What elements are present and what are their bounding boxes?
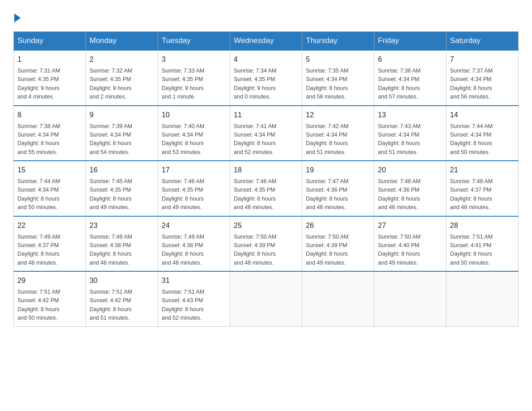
day-info: Sunrise: 7:42 AMSunset: 4:34 PMDaylight:… bbox=[306, 122, 370, 157]
day-number: 26 bbox=[306, 220, 370, 231]
day-info: Sunrise: 7:34 AMSunset: 4:35 PMDaylight:… bbox=[234, 67, 298, 102]
day-info: Sunrise: 7:47 AMSunset: 4:36 PMDaylight:… bbox=[306, 177, 370, 212]
day-number: 1 bbox=[17, 54, 82, 65]
day-info: Sunrise: 7:32 AMSunset: 4:35 PMDaylight:… bbox=[90, 67, 154, 102]
day-info: Sunrise: 7:36 AMSunset: 4:34 PMDaylight:… bbox=[378, 67, 442, 102]
logo-arrow-icon bbox=[14, 13, 21, 22]
calendar-cell: 27Sunrise: 7:50 AMSunset: 4:40 PMDayligh… bbox=[374, 216, 446, 272]
day-info: Sunrise: 7:48 AMSunset: 4:37 PMDaylight:… bbox=[450, 177, 515, 212]
day-number: 16 bbox=[90, 165, 154, 176]
calendar-cell: 13Sunrise: 7:43 AMSunset: 4:34 PMDayligh… bbox=[374, 106, 446, 161]
calendar-cell: 26Sunrise: 7:50 AMSunset: 4:39 PMDayligh… bbox=[302, 216, 374, 272]
calendar-cell: 16Sunrise: 7:45 AMSunset: 4:35 PMDayligh… bbox=[86, 161, 158, 216]
day-number: 21 bbox=[450, 165, 515, 176]
day-info: Sunrise: 7:39 AMSunset: 4:34 PMDaylight:… bbox=[90, 122, 154, 157]
week-row-2: 8Sunrise: 7:38 AMSunset: 4:34 PMDaylight… bbox=[14, 106, 519, 161]
day-number: 7 bbox=[450, 54, 515, 65]
day-info: Sunrise: 7:50 AMSunset: 4:39 PMDaylight:… bbox=[306, 233, 370, 268]
calendar-cell: 7Sunrise: 7:37 AMSunset: 4:34 PMDaylight… bbox=[446, 50, 519, 106]
calendar-cell bbox=[446, 271, 519, 326]
day-info: Sunrise: 7:51 AMSunset: 4:41 PMDaylight:… bbox=[450, 233, 515, 268]
calendar-cell: 6Sunrise: 7:36 AMSunset: 4:34 PMDaylight… bbox=[374, 50, 446, 106]
day-info: Sunrise: 7:49 AMSunset: 4:38 PMDaylight:… bbox=[90, 233, 154, 268]
day-header-saturday: Saturday bbox=[446, 32, 519, 51]
calendar-cell: 31Sunrise: 7:51 AMSunset: 4:43 PMDayligh… bbox=[158, 271, 230, 326]
calendar-cell: 29Sunrise: 7:51 AMSunset: 4:42 PMDayligh… bbox=[14, 271, 86, 326]
day-number: 17 bbox=[162, 165, 226, 176]
day-number: 29 bbox=[17, 275, 82, 286]
day-info: Sunrise: 7:35 AMSunset: 4:34 PMDaylight:… bbox=[306, 67, 370, 102]
calendar-header-row: SundayMondayTuesdayWednesdayThursdayFrid… bbox=[14, 32, 519, 51]
day-number: 14 bbox=[450, 110, 515, 120]
day-info: Sunrise: 7:45 AMSunset: 4:35 PMDaylight:… bbox=[90, 177, 154, 212]
day-info: Sunrise: 7:49 AMSunset: 4:38 PMDaylight:… bbox=[162, 233, 226, 268]
calendar-cell: 8Sunrise: 7:38 AMSunset: 4:34 PMDaylight… bbox=[14, 106, 86, 161]
calendar-cell: 1Sunrise: 7:31 AMSunset: 4:35 PMDaylight… bbox=[14, 50, 86, 106]
calendar-cell: 22Sunrise: 7:49 AMSunset: 4:37 PMDayligh… bbox=[14, 216, 86, 272]
day-number: 31 bbox=[162, 275, 226, 286]
day-info: Sunrise: 7:44 AMSunset: 4:34 PMDaylight:… bbox=[450, 122, 515, 157]
calendar-cell: 30Sunrise: 7:51 AMSunset: 4:42 PMDayligh… bbox=[86, 271, 158, 326]
day-info: Sunrise: 7:41 AMSunset: 4:34 PMDaylight:… bbox=[234, 122, 298, 157]
week-row-4: 22Sunrise: 7:49 AMSunset: 4:37 PMDayligh… bbox=[14, 216, 519, 272]
day-number: 23 bbox=[90, 220, 154, 231]
day-number: 20 bbox=[378, 165, 442, 176]
calendar-cell bbox=[230, 271, 302, 326]
calendar-cell: 2Sunrise: 7:32 AMSunset: 4:35 PMDaylight… bbox=[86, 50, 158, 106]
calendar-cell: 10Sunrise: 7:40 AMSunset: 4:34 PMDayligh… bbox=[158, 106, 230, 161]
day-number: 13 bbox=[378, 110, 442, 120]
day-info: Sunrise: 7:50 AMSunset: 4:40 PMDaylight:… bbox=[378, 233, 442, 268]
day-header-tuesday: Tuesday bbox=[158, 32, 230, 51]
calendar-cell: 3Sunrise: 7:33 AMSunset: 4:35 PMDaylight… bbox=[158, 50, 230, 106]
calendar-cell: 5Sunrise: 7:35 AMSunset: 4:34 PMDaylight… bbox=[302, 50, 374, 106]
calendar-cell: 12Sunrise: 7:42 AMSunset: 4:34 PMDayligh… bbox=[302, 106, 374, 161]
day-number: 10 bbox=[162, 110, 226, 120]
calendar-cell: 25Sunrise: 7:50 AMSunset: 4:39 PMDayligh… bbox=[230, 216, 302, 272]
day-info: Sunrise: 7:38 AMSunset: 4:34 PMDaylight:… bbox=[17, 122, 82, 157]
day-number: 2 bbox=[90, 54, 154, 65]
day-info: Sunrise: 7:46 AMSunset: 4:35 PMDaylight:… bbox=[234, 177, 298, 212]
day-number: 30 bbox=[90, 275, 154, 286]
day-info: Sunrise: 7:51 AMSunset: 4:42 PMDaylight:… bbox=[17, 288, 82, 323]
day-info: Sunrise: 7:50 AMSunset: 4:39 PMDaylight:… bbox=[234, 233, 298, 268]
week-row-5: 29Sunrise: 7:51 AMSunset: 4:42 PMDayligh… bbox=[14, 271, 519, 326]
day-number: 6 bbox=[378, 54, 442, 65]
day-header-friday: Friday bbox=[374, 32, 446, 51]
day-info: Sunrise: 7:37 AMSunset: 4:34 PMDaylight:… bbox=[450, 67, 515, 102]
day-info: Sunrise: 7:48 AMSunset: 4:36 PMDaylight:… bbox=[378, 177, 442, 212]
day-number: 15 bbox=[17, 165, 82, 176]
day-number: 8 bbox=[17, 110, 82, 120]
calendar-cell: 18Sunrise: 7:46 AMSunset: 4:35 PMDayligh… bbox=[230, 161, 302, 216]
day-number: 12 bbox=[306, 110, 370, 120]
calendar-cell: 21Sunrise: 7:48 AMSunset: 4:37 PMDayligh… bbox=[446, 161, 519, 216]
calendar-cell: 4Sunrise: 7:34 AMSunset: 4:35 PMDaylight… bbox=[230, 50, 302, 106]
day-header-monday: Monday bbox=[86, 32, 158, 51]
week-row-3: 15Sunrise: 7:44 AMSunset: 4:34 PMDayligh… bbox=[14, 161, 519, 216]
calendar-cell: 24Sunrise: 7:49 AMSunset: 4:38 PMDayligh… bbox=[158, 216, 230, 272]
calendar-cell: 17Sunrise: 7:46 AMSunset: 4:35 PMDayligh… bbox=[158, 161, 230, 216]
day-header-sunday: Sunday bbox=[14, 32, 86, 51]
day-number: 27 bbox=[378, 220, 442, 231]
page-header bbox=[13, 13, 519, 22]
calendar-cell: 9Sunrise: 7:39 AMSunset: 4:34 PMDaylight… bbox=[86, 106, 158, 161]
day-number: 19 bbox=[306, 165, 370, 176]
logo bbox=[13, 13, 21, 22]
day-info: Sunrise: 7:31 AMSunset: 4:35 PMDaylight:… bbox=[17, 67, 82, 102]
calendar-cell bbox=[374, 271, 446, 326]
day-info: Sunrise: 7:43 AMSunset: 4:34 PMDaylight:… bbox=[378, 122, 442, 157]
day-info: Sunrise: 7:40 AMSunset: 4:34 PMDaylight:… bbox=[162, 122, 226, 157]
calendar-cell: 28Sunrise: 7:51 AMSunset: 4:41 PMDayligh… bbox=[446, 216, 519, 272]
calendar-cell: 15Sunrise: 7:44 AMSunset: 4:34 PMDayligh… bbox=[14, 161, 86, 216]
day-number: 28 bbox=[450, 220, 515, 231]
calendar-cell: 23Sunrise: 7:49 AMSunset: 4:38 PMDayligh… bbox=[86, 216, 158, 272]
calendar-cell: 11Sunrise: 7:41 AMSunset: 4:34 PMDayligh… bbox=[230, 106, 302, 161]
day-info: Sunrise: 7:44 AMSunset: 4:34 PMDaylight:… bbox=[17, 177, 82, 212]
day-info: Sunrise: 7:51 AMSunset: 4:42 PMDaylight:… bbox=[90, 288, 154, 323]
calendar-table: SundayMondayTuesdayWednesdayThursdayFrid… bbox=[13, 31, 519, 327]
day-info: Sunrise: 7:51 AMSunset: 4:43 PMDaylight:… bbox=[162, 288, 226, 323]
day-header-wednesday: Wednesday bbox=[230, 32, 302, 51]
day-info: Sunrise: 7:46 AMSunset: 4:35 PMDaylight:… bbox=[162, 177, 226, 212]
day-info: Sunrise: 7:49 AMSunset: 4:37 PMDaylight:… bbox=[17, 233, 82, 268]
day-info: Sunrise: 7:33 AMSunset: 4:35 PMDaylight:… bbox=[162, 67, 226, 102]
day-number: 9 bbox=[90, 110, 154, 120]
